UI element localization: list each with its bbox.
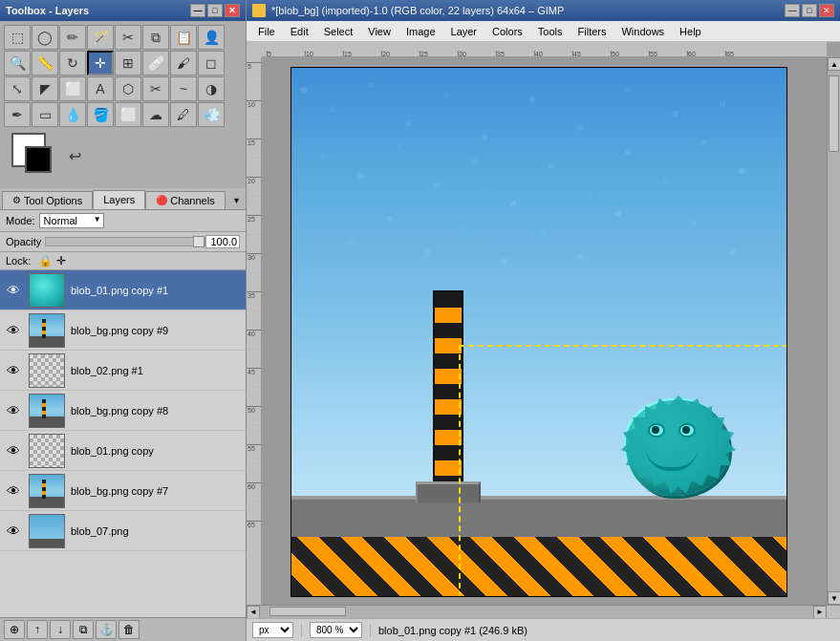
scroll-down-btn[interactable]: ▼ <box>828 591 840 605</box>
tool-convolve[interactable]: ☁ <box>142 102 169 127</box>
menu-layer[interactable]: Layer <box>443 24 485 39</box>
layer-item[interactable]: 👁 blob_01.png copy #1 <box>0 270 246 310</box>
menu-tools[interactable]: Tools <box>530 24 571 39</box>
toolbox-close-btn[interactable]: ✕ <box>225 4 240 17</box>
tool-align[interactable]: ⊞ <box>115 51 141 75</box>
svg-rect-2 <box>368 82 374 88</box>
tool-fuzzy-select[interactable]: 🪄 <box>87 25 114 50</box>
layer-item[interactable]: 👁 blob_bg.png copy #8 <box>0 391 246 431</box>
background-color[interactable] <box>25 146 52 173</box>
tool-paste[interactable]: 📋 <box>170 25 197 50</box>
menu-colors[interactable]: Colors <box>485 24 530 39</box>
layer-item[interactable]: 👁 blob_07.png <box>0 511 246 551</box>
tool-transform[interactable]: ⬜ <box>59 76 86 101</box>
layer-thumbnail <box>29 434 65 468</box>
unit-select[interactable]: px in mm <box>252 622 293 638</box>
tool-dodge[interactable]: ◑ <box>198 76 225 101</box>
tool-ink[interactable]: 🖊 <box>170 102 197 127</box>
canvas-center[interactable] <box>262 57 827 605</box>
raise-layer-btn[interactable]: ↑ <box>27 620 48 639</box>
layer-item[interactable]: 👁 blob_bg.png copy #9 <box>0 310 246 351</box>
scroll-h-track[interactable] <box>260 606 813 618</box>
menu-windows[interactable]: Windows <box>614 24 672 39</box>
svg-rect-17 <box>549 163 554 169</box>
svg-rect-13 <box>397 144 402 150</box>
color-reset-icon[interactable]: ↩ <box>69 147 81 165</box>
layer-item[interactable]: 👁 blob_02.png #1 <box>0 351 246 391</box>
tool-pencil[interactable]: ✒ <box>4 102 31 127</box>
menu-filters[interactable]: Filters <box>571 24 614 39</box>
menu-image[interactable]: Image <box>398 24 443 39</box>
menu-view[interactable]: View <box>360 24 398 39</box>
tool-smudge[interactable]: ~ <box>170 76 197 101</box>
lock-pixels-icon[interactable]: 🔒 <box>38 254 53 267</box>
tool-airbrush[interactable]: 💨 <box>198 102 225 127</box>
tool-bucket[interactable]: 🪣 <box>87 102 114 127</box>
tool-erase[interactable]: ◻ <box>198 51 225 75</box>
toolbox-minimize-btn[interactable]: — <box>190 4 205 17</box>
opacity-value[interactable] <box>205 235 240 248</box>
tool-clone[interactable]: 👤 <box>198 25 225 50</box>
tool-free-select[interactable]: ✏ <box>59 25 86 50</box>
main-maximize-btn[interactable]: □ <box>802 4 817 17</box>
scroll-h-thumb[interactable] <box>269 607 346 616</box>
tool-eraser[interactable]: ▭ <box>32 102 58 127</box>
tool-move[interactable]: ✛ <box>87 51 114 75</box>
scroll-up-btn[interactable]: ▲ <box>828 57 840 71</box>
toolbox-maximize-btn[interactable]: □ <box>207 4 223 17</box>
scroll-v-track[interactable] <box>828 71 840 591</box>
layer-visibility-icon[interactable]: 👁 <box>4 361 23 380</box>
menu-help[interactable]: Help <box>672 24 709 39</box>
tool-zoom[interactable]: 🔍 <box>4 51 31 75</box>
layer-visibility-icon[interactable]: 👁 <box>4 522 23 541</box>
main-close-btn[interactable]: ✕ <box>819 4 834 17</box>
scroll-right-btn[interactable]: ► <box>813 606 827 619</box>
scroll-v-thumb[interactable] <box>829 75 839 152</box>
tab-channels[interactable]: 🔴 Channels <box>145 191 225 209</box>
tool-copy[interactable]: ⧉ <box>142 25 169 50</box>
scroll-left-btn[interactable]: ◄ <box>247 606 260 619</box>
tool-paths[interactable]: ⬡ <box>115 76 141 101</box>
mode-select[interactable]: Normal Dissolve Multiply Screen <box>39 213 104 228</box>
tool-scale[interactable]: ⤡ <box>4 76 31 101</box>
horizontal-scrollbar[interactable]: ◄ ► <box>247 605 840 618</box>
tool-text[interactable]: A <box>87 76 114 101</box>
delete-layer-btn[interactable]: 🗑 <box>118 620 140 639</box>
menu-edit[interactable]: Edit <box>283 24 316 39</box>
tool-heal[interactable]: 🩹 <box>142 51 169 75</box>
layer-item[interactable]: 👁 blob_bg.png copy #7 <box>0 471 246 511</box>
tool-rotate[interactable]: ↻ <box>59 51 86 75</box>
tool-measure[interactable]: 📏 <box>32 51 58 75</box>
tool-rect-select[interactable]: ⬚ <box>4 25 31 50</box>
main-minimize-btn[interactable]: — <box>785 4 800 17</box>
menu-file[interactable]: File <box>250 24 283 39</box>
tool-eyedropper[interactable]: 💧 <box>59 102 86 127</box>
opacity-slider[interactable] <box>45 237 205 246</box>
new-layer-btn[interactable]: ⊕ <box>4 620 25 639</box>
vertical-scrollbar[interactable]: ▲ ▼ <box>827 57 840 605</box>
tool-ellipse-select[interactable]: ◯ <box>32 25 58 50</box>
zoom-select[interactable]: 800 % 400 % 200 % 100 % <box>310 622 362 638</box>
duplicate-layer-btn[interactable]: ⧉ <box>73 620 94 639</box>
layer-visibility-icon[interactable]: 👁 <box>4 481 23 501</box>
layer-visibility-icon[interactable]: 👁 <box>4 441 23 460</box>
tab-layers[interactable]: Layers <box>93 190 145 209</box>
tool-iscissors[interactable]: ✂ <box>142 76 169 101</box>
panel-menu-btn[interactable]: ▾ <box>228 192 244 207</box>
layer-visibility-icon[interactable]: 👁 <box>4 321 23 340</box>
lower-layer-btn[interactable]: ↓ <box>50 620 71 639</box>
anchor-layer-btn[interactable]: ⚓ <box>96 620 117 639</box>
menu-select[interactable]: Select <box>316 24 361 39</box>
foreground-color[interactable] <box>11 133 46 167</box>
tool-paint[interactable]: 🖌 <box>170 51 197 75</box>
tab-tool-options[interactable]: ⚙ Tool Options <box>2 191 93 209</box>
layer-visibility-icon[interactable]: 👁 <box>4 281 23 300</box>
tool-shear[interactable]: ◤ <box>32 76 58 101</box>
svg-rect-26 <box>424 249 430 255</box>
layer-visibility-icon[interactable]: 👁 <box>4 401 23 420</box>
tool-cut[interactable]: ✂ <box>115 25 141 50</box>
lock-position-icon[interactable]: ✛ <box>56 254 66 267</box>
tool-blend[interactable]: ⬜ <box>115 102 141 127</box>
layer-item[interactable]: 👁 blob_01.png copy <box>0 431 246 471</box>
svg-rect-31 <box>615 211 621 217</box>
